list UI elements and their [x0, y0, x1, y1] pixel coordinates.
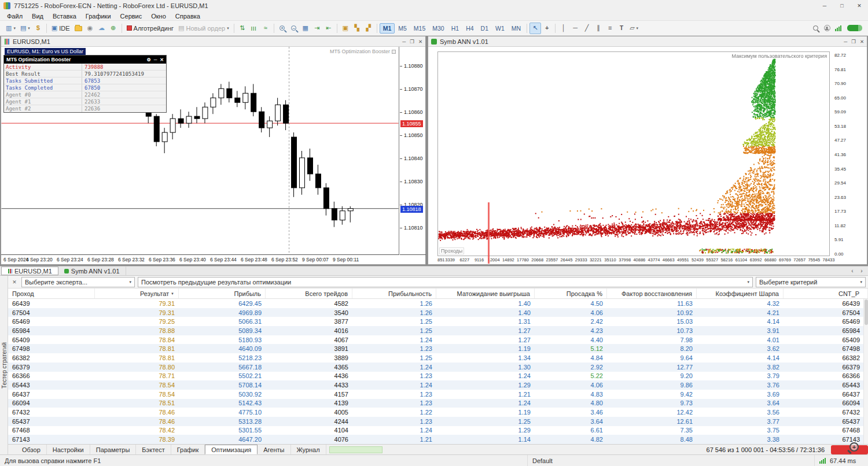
status-connection[interactable]: 67.44 ms — [815, 457, 868, 464]
booster-titlebar[interactable]: MT5 Optimization Booster ⚙ ─ ✕ — [4, 56, 166, 64]
auto-scroll-button[interactable]: ⇥ — [311, 23, 323, 34]
booster-minimize-button[interactable]: ─ — [154, 57, 157, 62]
timeframe-W1[interactable]: W1 — [492, 23, 508, 34]
account-button[interactable] — [821, 23, 833, 34]
ann-window-titlebar[interactable]: Symb ANN v1.01 ─ ❐ ✕ — [428, 36, 867, 47]
window-maximize-button[interactable]: □ — [833, 0, 851, 12]
data-folder-button[interactable] — [72, 23, 84, 34]
table-row[interactable]: 6544378.545708.1444331.241.294.069.863.7… — [8, 380, 868, 390]
menu-item-4[interactable]: Сервис — [116, 12, 147, 20]
timeframe-M30[interactable]: M30 — [429, 23, 447, 34]
timeframe-M5[interactable]: M5 — [395, 23, 410, 34]
arrange-windows-button[interactable]: ▞ — [363, 23, 374, 34]
bar-chart-button[interactable]: ||| — [248, 23, 260, 34]
column-header-2[interactable]: Прибыль — [179, 289, 266, 298]
market-watch-button[interactable]: $ — [32, 23, 44, 34]
community-button[interactable]: ◉ — [84, 23, 96, 34]
column-header-7[interactable]: Фактор восстановления — [607, 289, 697, 298]
text-button[interactable]: T — [616, 23, 627, 34]
tester-tab-Бэктест[interactable]: Бэктест — [136, 445, 171, 454]
menu-item-5[interactable]: Окно — [146, 12, 171, 20]
table-row[interactable]: 6643778.545030.9241571.231.214.839.423.6… — [8, 390, 868, 399]
grid-button[interactable]: ▦ — [300, 23, 311, 34]
new-chart-button[interactable]: ▥▾ — [3, 23, 18, 34]
search-button[interactable] — [810, 23, 821, 34]
table-scrollbar[interactable] — [863, 299, 868, 444]
timeframe-D1[interactable]: D1 — [477, 23, 492, 34]
column-header-9[interactable]: CNT_P — [784, 289, 868, 298]
metaeditor-button[interactable]: ▣IDE — [49, 23, 72, 34]
cascade-windows-button[interactable]: ▣ — [340, 23, 351, 34]
column-header-6[interactable]: Просадка % — [535, 289, 607, 298]
tab-scroll-right-button[interactable]: › — [858, 268, 866, 274]
column-header-8[interactable]: Коэффициент Шарпа — [697, 289, 784, 298]
algotrading-button[interactable]: Алготрейдинг — [124, 23, 176, 34]
tester-tab-Обзор[interactable]: Обзор — [16, 445, 47, 454]
window-close-button[interactable]: ✕ — [851, 0, 868, 12]
booster-settings-button[interactable]: ⚙ — [146, 57, 150, 62]
timeframe-MN[interactable]: MN — [508, 23, 524, 34]
horizontal-line-button[interactable]: ─ — [569, 23, 581, 34]
table-row[interactable]: 6743278.464775.1040051.221.193.4612.423.… — [8, 408, 868, 417]
table-row[interactable]: 6746878.425301.5541041.241.296.617.353.7… — [8, 426, 868, 435]
table-row[interactable]: 6750479.314969.8935401.261.404.0610.924.… — [8, 308, 868, 317]
eurusd-window-titlebar[interactable]: EURUSD,M1 ─ ❐ ✕ — [1, 36, 425, 47]
scrollbar-thumb[interactable] — [865, 299, 868, 325]
tester-tab-Журнал[interactable]: Журнал — [291, 445, 326, 454]
fibonacci-button[interactable]: ≡ — [604, 23, 616, 34]
table-row[interactable]: 6540978.845180.9340671.241.274.407.984.0… — [8, 335, 868, 345]
eurusd-restore-button[interactable]: ❐ — [410, 39, 414, 45]
table-row[interactable]: 6598478.885089.3440161.251.274.2310.733.… — [8, 326, 868, 335]
previous-results-select[interactable]: Посмотреть предыдущие результаты оптимиз… — [138, 277, 753, 287]
line-chart-button[interactable]: ≈ — [260, 23, 271, 34]
trendline-button[interactable]: ╱ — [581, 23, 593, 34]
timeframe-M15[interactable]: M15 — [410, 23, 429, 34]
table-row[interactable]: 6638278.815218.2338891.251.344.849.644.1… — [8, 353, 868, 363]
window-minimize-button[interactable]: ─ — [816, 0, 833, 12]
time-scale[interactable]: 6 Sep 20246 Sep 23:206 Sep 23:246 Sep 23… — [1, 255, 426, 265]
tester-tab-Настройки[interactable]: Настройки — [47, 445, 90, 454]
booster-close-button[interactable]: ✕ — [160, 57, 164, 62]
table-row[interactable]: 6546979.255066.3138771.251.312.4215.034.… — [8, 317, 868, 326]
timeframe-H4[interactable]: H4 — [462, 23, 477, 34]
column-header-3[interactable]: Всего трейдов — [266, 289, 352, 298]
eurusd-close-button[interactable]: ✕ — [418, 39, 422, 45]
status-profile[interactable]: Default — [528, 455, 815, 466]
table-row[interactable]: 6543778.465313.2842441.231.253.6412.613.… — [8, 417, 868, 426]
menu-item-3[interactable]: Графики — [81, 12, 116, 20]
menu-item-0[interactable]: Файл — [2, 12, 27, 20]
tile-windows-button[interactable]: ▚ — [351, 23, 363, 34]
signal-button[interactable] — [833, 23, 845, 34]
price-scale[interactable]: 1.108801.108701.108601.108501.108401.108… — [400, 47, 426, 255]
tester-close-button[interactable]: ✕ — [10, 279, 19, 285]
cloud-button[interactable]: ☁ — [96, 23, 108, 34]
criterion-select[interactable]: Выберите критерий ▾ — [756, 277, 866, 287]
chart-tab-1[interactable]: Symb ANN v1.01 — [58, 267, 126, 275]
table-row[interactable]: 6714378.394647.2040761.211.144.828.483.3… — [8, 435, 868, 444]
new-order-button[interactable]: ▤Новый ордер▾ — [176, 23, 231, 34]
column-header-1[interactable]: Результат▼ — [95, 289, 179, 298]
vertical-line-button[interactable]: │ — [558, 23, 569, 34]
table-row[interactable]: 6637978.805667.1843651.241.302.9212.773.… — [8, 363, 868, 372]
channel-button[interactable]: ∥ — [593, 23, 604, 34]
tester-tab-Параметры[interactable]: Параметры — [90, 445, 137, 454]
column-header-0[interactable]: Проход — [8, 289, 95, 298]
shapes-button[interactable]: ▱▾ — [627, 23, 641, 34]
column-header-5[interactable]: Матожидание выигрыша — [436, 289, 535, 298]
eurusd-chart-plot[interactable]: EURUSD, M1: Euro vs US Dollar MT5 Optimi… — [1, 47, 399, 255]
tick-chart-button[interactable]: ⇅ — [237, 23, 248, 34]
vps-button[interactable]: ⊕ — [108, 23, 119, 34]
menu-item-6[interactable]: Справка — [171, 12, 205, 20]
table-row[interactable]: 6749878.814640.0938911.231.195.128.203.6… — [8, 344, 868, 353]
crosshair-button[interactable]: + — [541, 23, 553, 34]
menu-item-2[interactable]: Вставка — [48, 12, 81, 20]
tester-tab-Агенты[interactable]: Агенты — [258, 445, 290, 454]
table-row[interactable]: 6636678.715502.2144361.231.245.229.203.7… — [8, 372, 868, 381]
expert-select[interactable]: Выберите эксперта... ▾ — [21, 277, 135, 287]
ann-close-button[interactable]: ✕ — [860, 39, 864, 45]
tester-tab-График[interactable]: График — [171, 445, 205, 454]
tester-tab-Оптимизация[interactable]: Оптимизация — [205, 445, 258, 454]
zoom-out-button[interactable] — [288, 23, 300, 34]
chart-tab-0[interactable]: EURUSD,M1 — [1, 267, 58, 275]
table-row[interactable]: 6643979.316429.4545821.261.404.5011.634.… — [8, 299, 868, 308]
